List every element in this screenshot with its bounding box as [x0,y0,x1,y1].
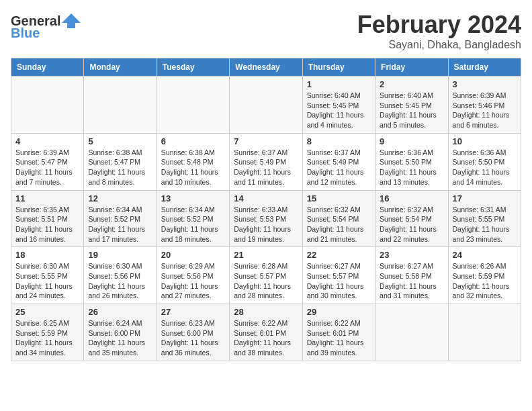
day-info: Sunrise: 6:36 AM Sunset: 5:50 PM Dayligh… [453,148,517,187]
calendar-cell [375,304,448,361]
calendar-cell: 25Sunrise: 6:25 AM Sunset: 5:59 PM Dayli… [11,304,84,361]
week-row-2: 4Sunrise: 6:39 AM Sunset: 5:47 PM Daylig… [11,133,521,190]
day-number: 2 [380,79,443,89]
day-number: 5 [88,136,152,146]
calendar-cell: 29Sunrise: 6:22 AM Sunset: 6:01 PM Dayli… [302,304,375,361]
day-number: 29 [307,307,371,317]
calendar-table: SundayMondayTuesdayWednesdayThursdayFrid… [11,58,521,361]
day-number: 12 [88,193,152,203]
day-info: Sunrise: 6:40 AM Sunset: 5:45 PM Dayligh… [380,91,443,130]
day-number: 26 [88,307,152,317]
day-info: Sunrise: 6:38 AM Sunset: 5:48 PM Dayligh… [161,148,225,187]
day-info: Sunrise: 6:37 AM Sunset: 5:49 PM Dayligh… [307,148,371,187]
page-header: General Blue February 2024 Sayani, Dhaka… [11,11,521,51]
calendar-cell: 9Sunrise: 6:36 AM Sunset: 5:50 PM Daylig… [375,133,448,190]
weekday-header-thursday: Thursday [302,58,375,77]
calendar-cell: 18Sunrise: 6:30 AM Sunset: 5:55 PM Dayli… [11,247,84,304]
calendar-cell: 24Sunrise: 6:26 AM Sunset: 5:59 PM Dayli… [448,247,521,304]
week-row-5: 25Sunrise: 6:25 AM Sunset: 5:59 PM Dayli… [11,304,521,361]
calendar-cell: 13Sunrise: 6:34 AM Sunset: 5:52 PM Dayli… [157,190,229,247]
day-number: 13 [161,193,225,203]
weekday-header-monday: Monday [84,58,157,77]
day-number: 28 [234,307,298,317]
day-info: Sunrise: 6:32 AM Sunset: 5:54 PM Dayligh… [307,205,371,244]
calendar-header: SundayMondayTuesdayWednesdayThursdayFrid… [11,58,521,77]
day-info: Sunrise: 6:24 AM Sunset: 6:00 PM Dayligh… [88,318,152,358]
calendar-cell: 12Sunrise: 6:34 AM Sunset: 5:52 PM Dayli… [84,190,157,247]
calendar-cell [230,77,302,134]
calendar-cell: 3Sunrise: 6:39 AM Sunset: 5:46 PM Daylig… [448,77,521,134]
calendar-cell: 15Sunrise: 6:32 AM Sunset: 5:54 PM Dayli… [302,190,375,247]
day-info: Sunrise: 6:37 AM Sunset: 5:49 PM Dayligh… [234,148,298,187]
calendar-cell [448,304,521,361]
day-number: 18 [15,250,79,260]
calendar-cell [11,77,84,134]
calendar-cell: 28Sunrise: 6:22 AM Sunset: 6:01 PM Dayli… [230,304,302,361]
day-number: 6 [161,136,225,146]
day-number: 23 [380,250,443,260]
day-info: Sunrise: 6:39 AM Sunset: 5:47 PM Dayligh… [15,148,79,187]
day-number: 17 [453,193,517,203]
day-number: 16 [380,193,443,203]
weekday-header-tuesday: Tuesday [157,58,229,77]
calendar-cell: 19Sunrise: 6:30 AM Sunset: 5:56 PM Dayli… [84,247,157,304]
svg-marker-0 [62,13,81,28]
logo: General Blue [11,13,81,41]
day-info: Sunrise: 6:35 AM Sunset: 5:51 PM Dayligh… [15,205,79,244]
day-info: Sunrise: 6:39 AM Sunset: 5:46 PM Dayligh… [453,91,517,130]
day-info: Sunrise: 6:26 AM Sunset: 5:59 PM Dayligh… [453,261,517,301]
day-info: Sunrise: 6:27 AM Sunset: 5:58 PM Dayligh… [380,261,443,301]
day-info: Sunrise: 6:29 AM Sunset: 5:56 PM Dayligh… [161,261,225,301]
calendar-cell: 6Sunrise: 6:38 AM Sunset: 5:48 PM Daylig… [157,133,229,190]
day-info: Sunrise: 6:27 AM Sunset: 5:57 PM Dayligh… [307,261,371,301]
weekday-header-row: SundayMondayTuesdayWednesdayThursdayFrid… [11,58,521,77]
day-number: 25 [15,307,79,317]
calendar-cell: 2Sunrise: 6:40 AM Sunset: 5:45 PM Daylig… [375,77,448,134]
month-title: February 2024 [357,11,521,39]
calendar-cell: 5Sunrise: 6:38 AM Sunset: 5:47 PM Daylig… [84,133,157,190]
day-info: Sunrise: 6:22 AM Sunset: 6:01 PM Dayligh… [307,318,371,358]
day-info: Sunrise: 6:32 AM Sunset: 5:54 PM Dayligh… [380,205,443,244]
weekday-header-friday: Friday [375,58,448,77]
day-info: Sunrise: 6:36 AM Sunset: 5:50 PM Dayligh… [380,148,443,187]
calendar-cell: 1Sunrise: 6:40 AM Sunset: 5:45 PM Daylig… [302,77,375,134]
day-info: Sunrise: 6:34 AM Sunset: 5:52 PM Dayligh… [161,205,225,244]
day-info: Sunrise: 6:28 AM Sunset: 5:57 PM Dayligh… [234,261,298,301]
day-number: 1 [307,79,371,89]
weekday-header-wednesday: Wednesday [230,58,302,77]
day-info: Sunrise: 6:30 AM Sunset: 5:55 PM Dayligh… [15,261,79,301]
day-info: Sunrise: 6:38 AM Sunset: 5:47 PM Dayligh… [88,148,152,187]
calendar-cell [157,77,229,134]
day-number: 4 [15,136,79,146]
day-number: 14 [234,193,298,203]
week-row-4: 18Sunrise: 6:30 AM Sunset: 5:55 PM Dayli… [11,247,521,304]
day-number: 24 [453,250,517,260]
day-info: Sunrise: 6:31 AM Sunset: 5:55 PM Dayligh… [453,205,517,244]
day-info: Sunrise: 6:25 AM Sunset: 5:59 PM Dayligh… [15,318,79,358]
week-row-3: 11Sunrise: 6:35 AM Sunset: 5:51 PM Dayli… [11,190,521,247]
logo-icon [62,13,81,28]
calendar-cell: 4Sunrise: 6:39 AM Sunset: 5:47 PM Daylig… [11,133,84,190]
location: Sayani, Dhaka, Bangladesh [357,39,521,51]
calendar-cell: 17Sunrise: 6:31 AM Sunset: 5:55 PM Dayli… [448,190,521,247]
day-number: 19 [88,250,152,260]
weekday-header-saturday: Saturday [448,58,521,77]
title-block: February 2024 Sayani, Dhaka, Bangladesh [357,11,521,51]
calendar-cell: 23Sunrise: 6:27 AM Sunset: 5:58 PM Dayli… [375,247,448,304]
calendar-cell: 27Sunrise: 6:23 AM Sunset: 6:00 PM Dayli… [157,304,229,361]
day-number: 8 [307,136,371,146]
day-number: 22 [307,250,371,260]
day-info: Sunrise: 6:40 AM Sunset: 5:45 PM Dayligh… [307,91,371,130]
day-number: 7 [234,136,298,146]
day-info: Sunrise: 6:30 AM Sunset: 5:56 PM Dayligh… [88,261,152,301]
calendar-cell: 14Sunrise: 6:33 AM Sunset: 5:53 PM Dayli… [230,190,302,247]
calendar-cell: 22Sunrise: 6:27 AM Sunset: 5:57 PM Dayli… [302,247,375,304]
calendar-cell: 8Sunrise: 6:37 AM Sunset: 5:49 PM Daylig… [302,133,375,190]
day-number: 15 [307,193,371,203]
day-number: 3 [453,79,517,89]
calendar-cell [84,77,157,134]
calendar-cell: 21Sunrise: 6:28 AM Sunset: 5:57 PM Dayli… [230,247,302,304]
day-info: Sunrise: 6:22 AM Sunset: 6:01 PM Dayligh… [234,318,298,358]
day-number: 27 [161,307,225,317]
day-info: Sunrise: 6:33 AM Sunset: 5:53 PM Dayligh… [234,205,298,244]
